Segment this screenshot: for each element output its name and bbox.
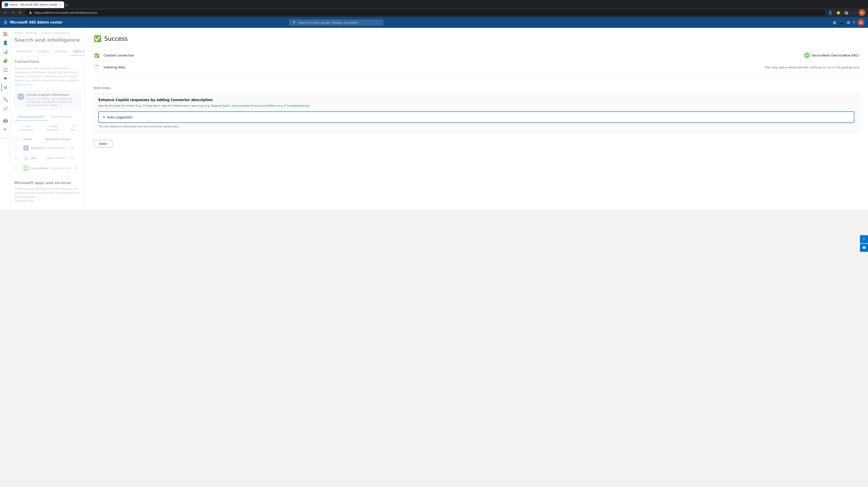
overlay-backdrop <box>11 28 85 210</box>
more-icon[interactable]: ⋯ <box>851 10 857 16</box>
sidebar-trends[interactable]: 📈 <box>1 104 9 112</box>
new-tab-button[interactable]: + <box>64 2 69 8</box>
top-bar-right: ⊞ 📱 ⚙ ? A <box>833 19 864 26</box>
servicenow-value-text: ServiceNow (ServiceNow KB1) <box>811 54 859 57</box>
step-value-created: SN ServiceNow (ServiceNow KB1) <box>804 53 859 58</box>
main-layout: 🏠 👤 📊 🧩 📋 ❤ ⚙ 🔍 📈 🤖 ✏ ⋯ Home › Settings … <box>0 28 868 210</box>
success-title: Success <box>104 35 128 42</box>
address-bar: ← → ↻ 🔒 https://admin.microsoft.com/#/da… <box>0 8 868 17</box>
done-button[interactable]: Done <box>94 140 112 148</box>
url-text: https://admin.microsoft.com/#/datasource… <box>34 11 97 14</box>
search-input[interactable] <box>298 21 380 24</box>
profile-icon[interactable]: 👤 <box>827 10 834 16</box>
sidebar-settings[interactable]: ⚙ <box>1 83 9 91</box>
top-bar: ☰ Microsoft 365 Admin center 🔍 ⊞ 📱 ⚙ ? A <box>0 17 868 28</box>
success-check-icon: ✅ <box>94 35 101 42</box>
success-header: ✅ Success <box>94 35 859 42</box>
tab-favicon <box>4 3 8 6</box>
sidebar-more[interactable]: ⋯ <box>1 134 9 142</box>
address-bar-right: 👤 ⭐ 📚 ⋯ A <box>827 9 865 16</box>
back-button[interactable]: ← <box>3 10 8 16</box>
user-avatar[interactable]: A <box>859 9 865 16</box>
step-label-indexing: Indexing data <box>103 65 765 69</box>
collections-icon[interactable]: 📚 <box>843 10 849 16</box>
sidebar-apps[interactable]: 🧩 <box>1 57 9 65</box>
auto-suggestion-icon: ✦ <box>102 115 105 119</box>
sidebar-home[interactable]: 🏠 <box>1 30 9 38</box>
steps-list: ✅ Created connection SN ServiceNow (Serv… <box>94 50 859 79</box>
app-name: Microsoft 365 Admin center <box>10 21 63 25</box>
browser-tab-active: Home - Microsoft 365 admin center × <box>2 1 64 8</box>
admin-center-icon[interactable]: ⊞ <box>833 20 836 25</box>
sidebar: 🏠 👤 📊 🧩 📋 ❤ ⚙ 🔍 📈 🤖 ✏ ⋯ <box>0 28 11 210</box>
search-icon: 🔍 <box>293 21 297 24</box>
auto-suggestion-label: Auto suggestion <box>107 116 133 119</box>
sidebar-analytics[interactable]: 📊 <box>1 48 9 56</box>
sidebar-copilot[interactable]: 🤖 <box>1 116 9 124</box>
help-icon[interactable]: ? <box>853 20 855 25</box>
sidebar-edit[interactable]: ✏ <box>1 125 9 133</box>
sidebar-reports[interactable]: 📋 <box>1 65 9 73</box>
spinner <box>95 65 99 69</box>
step-spinner-icon <box>94 64 100 70</box>
edit-note: This can always be edited later from the… <box>98 125 854 128</box>
settings-icon[interactable]: ⚙ <box>846 20 850 25</box>
sidebar-search[interactable]: 🔍 <box>1 95 9 103</box>
next-steps-section: Next steps Enhance Copilot responses by … <box>94 86 859 133</box>
sidebar-health[interactable]: ❤ <box>1 74 9 83</box>
browser-chrome: Home - Microsoft 365 admin center × + <box>0 0 868 8</box>
enhance-card: Enhance Copilot responses by adding Conn… <box>94 93 859 133</box>
modal-panel: ✅ Success ✅ Created connection SN Servic… <box>85 28 868 210</box>
refresh-button[interactable]: ↻ <box>18 10 23 16</box>
sidebar-users[interactable]: 👤 <box>1 38 9 47</box>
url-box[interactable]: 🔒 https://admin.microsoft.com/#/datasour… <box>25 10 826 16</box>
step-value-indexing: This may take a while and will continue … <box>765 66 859 69</box>
top-search-bar[interactable]: 🔍 <box>289 19 383 26</box>
close-tab-button[interactable]: × <box>59 3 61 6</box>
tab-title: Home - Microsoft 365 admin center <box>10 3 58 6</box>
user-avatar-top[interactable]: A <box>858 19 864 26</box>
next-steps-label: Next steps <box>94 86 859 90</box>
step-created-connection: ✅ Created connection SN ServiceNow (Serv… <box>94 50 859 61</box>
enhance-desc: Specify the type of content (e.g. IT hel… <box>98 104 854 108</box>
step-indexing-data: Indexing data This may take a while and … <box>94 61 859 73</box>
auto-suggestion-box[interactable]: ✦ Auto suggestion <box>98 112 854 123</box>
lock-icon: 🔒 <box>29 11 32 14</box>
favorites-icon[interactable]: ⭐ <box>835 10 841 16</box>
servicenow-badge-icon: SN <box>804 53 810 58</box>
browser-tabs: Home - Microsoft 365 admin center × + <box>2 0 866 8</box>
mobile-icon[interactable]: 📱 <box>839 20 844 25</box>
top-bar-left: ☰ Microsoft 365 Admin center <box>4 20 63 25</box>
forward-button[interactable]: → <box>10 10 16 16</box>
step-check-icon: ✅ <box>94 52 100 59</box>
step-label-created: Created connection <box>103 54 804 57</box>
right-panel: ✅ Success ✅ Created connection SN Servic… <box>85 28 868 210</box>
hamburger-menu[interactable]: ☰ <box>4 20 7 25</box>
left-nav-panel: Home › Settings › Search & intelligence … <box>11 28 85 210</box>
enhance-title: Enhance Copilot responses by adding Conn… <box>98 98 854 102</box>
